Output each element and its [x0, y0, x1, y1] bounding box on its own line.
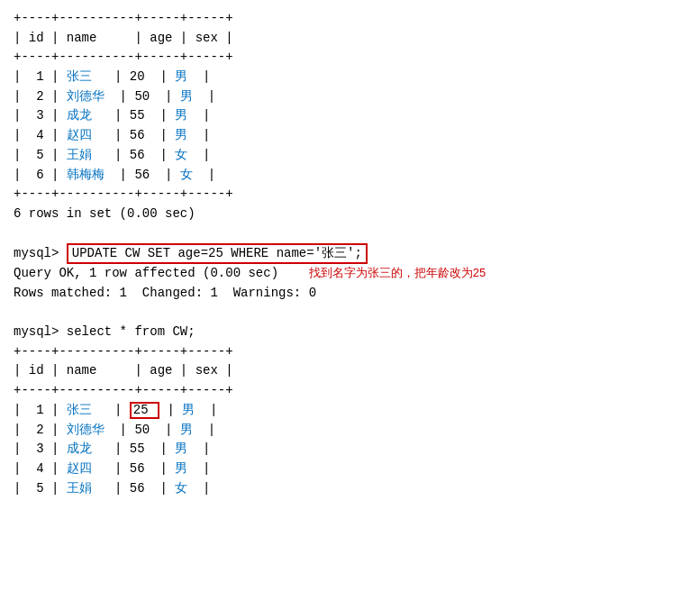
- sex-cell: 男: [175, 108, 187, 123]
- name-cell: 王娟: [67, 148, 92, 162]
- table1-row-1: | 1 | 张三 | 20 | 男 |: [14, 69, 210, 84]
- sex-cell: 男: [175, 69, 187, 84]
- table2-header: | id | name | age | sex |: [14, 363, 233, 378]
- table2-row-5: | 5 | 王娟 | 56 | 女 |: [14, 481, 210, 496]
- table2-row-2: | 2 | 刘德华 | 50 | 男 |: [14, 423, 215, 437]
- table2-row-1: | 1 | 张三 | 25 | 男 |: [14, 403, 217, 417]
- table2-header-border: +----+----------+-----+-----+: [14, 383, 233, 397]
- table2-top-border: +----+----------+-----+-----+: [14, 344, 233, 359]
- name-cell: 刘德华: [67, 423, 105, 437]
- sex-cell: 女: [175, 481, 187, 496]
- mysql-prompt-update: mysql>: [14, 246, 67, 260]
- table1-header-border: +----+----------+-----+-----+: [14, 50, 233, 64]
- name-cell: 张三: [67, 403, 92, 417]
- sex-cell: 男: [182, 403, 195, 417]
- update-annotation: 找到名字为张三的，把年龄改为25: [309, 266, 486, 279]
- name-cell: 成龙: [67, 442, 92, 456]
- table2-row-4: | 4 | 赵四 | 56 | 男 |: [14, 461, 210, 476]
- name-cell: 赵四: [67, 128, 92, 142]
- sex-cell: 男: [175, 461, 187, 476]
- age-25-highlight: 25: [130, 402, 159, 419]
- name-cell: 韩梅梅: [67, 168, 105, 182]
- table1-bottom-border: +----+----------+-----+-----+: [14, 187, 233, 201]
- sex-cell: 女: [175, 148, 187, 162]
- table1-row-6: | 6 | 韩梅梅 | 56 | 女 |: [14, 168, 215, 182]
- table1-header: | id | name | age | sex |: [14, 31, 233, 45]
- terminal-output: +----+----------+-----+-----+ | id | nam…: [14, 9, 686, 498]
- table1-row-3: | 3 | 成龙 | 55 | 男 |: [14, 108, 210, 123]
- table2-row-3: | 3 | 成龙 | 55 | 男 |: [14, 442, 210, 456]
- name-cell: 赵四: [67, 461, 92, 476]
- mysql-prompt-select: mysql>: [14, 324, 67, 339]
- sex-cell: 男: [175, 128, 187, 142]
- table1-row-count: 6 rows in set (0.00 sec): [14, 206, 195, 221]
- table1-row-2: | 2 | 刘德华 | 50 | 男 |: [14, 89, 215, 104]
- sex-cell: 女: [180, 168, 193, 182]
- update-command-box: UPDATE CW SET age=25 WHERE name='张三';: [67, 243, 368, 264]
- name-cell: 成龙: [67, 108, 92, 123]
- sex-cell: 男: [180, 423, 193, 437]
- sex-cell: 男: [175, 442, 187, 456]
- select-command: select * from CW;: [67, 324, 195, 339]
- name-cell: 王娟: [67, 481, 92, 496]
- update-result-line2: Rows matched: 1 Changed: 1 Warnings: 0: [14, 286, 316, 300]
- update-result-line1: Query OK, 1 row affected (0.00 sec) 找到名字…: [14, 266, 486, 280]
- sex-cell: 男: [180, 89, 193, 104]
- name-cell: 刘德华: [67, 89, 105, 104]
- table1-row-4: | 4 | 赵四 | 56 | 男 |: [14, 128, 210, 142]
- name-cell: 张三: [67, 69, 92, 84]
- table1-top-border: +----+----------+-----+-----+: [14, 11, 233, 25]
- table1-row-5: | 5 | 王娟 | 56 | 女 |: [14, 148, 210, 162]
- update-command-text: UPDATE CW SET age=25 WHERE name='张三';: [72, 246, 362, 260]
